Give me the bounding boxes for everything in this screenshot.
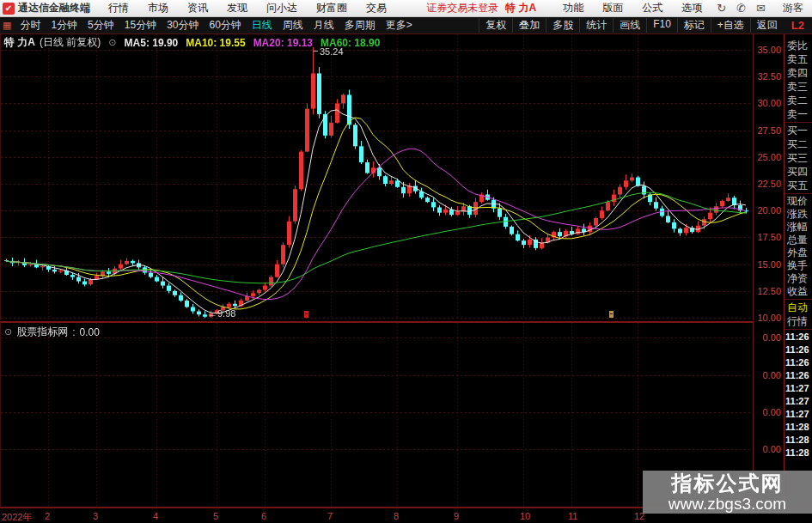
menu-right: 功能版面公式选项 — [553, 1, 711, 15]
sidebar-stat-row: 收益 — [785, 285, 812, 298]
legend-period-subtitle: (日线 前复权) — [40, 35, 101, 50]
sidebar-row[interactable]: 委比 — [785, 39, 812, 52]
sidebar-tab[interactable]: 自动 — [785, 301, 812, 314]
price-axis-label: 30.00 — [754, 98, 781, 108]
phone-icon[interactable]: ✆ — [736, 2, 746, 15]
menubar-item[interactable]: 版面 — [593, 1, 632, 15]
main-menu: 行情市场资讯发现问小达财富圈交易 — [99, 1, 396, 15]
tick-time-row: 11:28 — [785, 434, 812, 447]
menubar-icons: ↻✆✉ — [711, 2, 771, 15]
refresh-icon[interactable]: ↻ — [717, 2, 726, 15]
menubar-item[interactable]: 发现 — [217, 1, 257, 15]
tick-time-row: 11:28 — [785, 447, 812, 459]
date-axis-label: 2 — [45, 511, 50, 521]
sidebar-row[interactable]: 卖三 — [785, 80, 812, 94]
sidebar-stat-row: 现价 — [785, 195, 812, 208]
period-tab[interactable]: 更多> — [381, 18, 418, 33]
period-tab[interactable]: 多周期 — [339, 18, 381, 33]
app-logo-icon: ✔ — [3, 3, 15, 15]
indicator-axis-label: 0.00 — [754, 370, 781, 380]
toolbar-button[interactable]: 画线 — [613, 18, 646, 33]
ma-legend-item: MA5: 19.90 — [125, 37, 179, 49]
indicator-legend: ⊙ 股票指标网 : 0.00 — [4, 325, 100, 339]
tick-time-row: 11:26 — [785, 356, 812, 369]
toolbar-button[interactable]: +自选 — [711, 18, 750, 33]
ma-legend-item: MA20: 19.13 — [253, 37, 313, 49]
sidebar-row[interactable]: 买五 — [785, 179, 812, 192]
sidebar-divider — [785, 329, 812, 330]
menubar-item[interactable]: 市场 — [138, 1, 178, 15]
menubar-item[interactable]: 问小达 — [257, 1, 307, 15]
date-axis-label: 5 — [213, 511, 218, 521]
period-tab[interactable]: 1分钟 — [46, 18, 82, 33]
watermark: 指标公式网 www.zbgs3.com — [643, 471, 812, 514]
sidebar-row[interactable]: 卖二 — [785, 94, 812, 107]
menubar-item[interactable]: 行情 — [99, 1, 138, 15]
sidebar-row[interactable]: 卖五 — [785, 52, 812, 66]
indicator-axis-label: 0.00 — [754, 332, 781, 343]
indicator-name: 股票指标网 — [16, 325, 68, 339]
candlestick-chart-canvas[interactable] — [1, 34, 753, 319]
login-status[interactable]: 证券交易未登录 — [426, 1, 498, 15]
chart-legend: 特 力A (日线 前复权) ⊙ MA5: 19.90MA10: 19.55MA2… — [4, 35, 380, 50]
date-axis-label: 2022年 — [2, 511, 32, 523]
toolbar-button[interactable]: 标记 — [677, 18, 711, 33]
collapse-icon[interactable]: ⊙ — [108, 37, 116, 48]
tick-time-row: 11:27 — [785, 408, 812, 421]
toolbar-button[interactable]: 叠加 — [512, 18, 546, 33]
sidebar-divider — [785, 299, 812, 300]
watermark-title: 指标公式网 — [643, 472, 812, 495]
period-tab[interactable]: 60分钟 — [205, 18, 247, 33]
period-tab[interactable]: 分时 — [15, 18, 46, 33]
period-tab[interactable]: 周线 — [278, 18, 308, 33]
period-tab[interactable]: 30分钟 — [162, 18, 204, 33]
tick-time-row: 11:27 — [785, 382, 812, 395]
menubar-item[interactable]: 功能 — [553, 1, 593, 15]
indicator-canvas[interactable] — [1, 323, 753, 507]
sidebar-row[interactable]: 卖一 — [785, 107, 812, 121]
sidebar-row[interactable]: 买四 — [785, 165, 812, 179]
menubar-item[interactable]: 公式 — [632, 1, 672, 15]
toolbar-button[interactable]: F10 — [646, 18, 677, 33]
sidebar-stat-row: 总量 — [785, 234, 812, 246]
watermark-url: www.zbgs3.com — [643, 495, 812, 513]
date-axis-label: 8 — [394, 511, 399, 521]
mail-icon[interactable]: ✉ — [756, 2, 766, 15]
sidebar-divider — [785, 122, 812, 123]
menubar-item[interactable]: 资讯 — [178, 1, 217, 15]
period-tab[interactable]: 15分钟 — [119, 18, 162, 33]
layout-grid-icon[interactable]: ▦ — [3, 20, 11, 31]
current-stock-name: 特 力A — [505, 1, 536, 15]
top-menubar: ✔ 通达信金融终端 行情市场资讯发现问小达财富圈交易 证券交易未登录 特 力A … — [0, 0, 812, 17]
sidebar-row[interactable]: 卖四 — [785, 66, 812, 80]
menubar-item[interactable]: 交易 — [357, 1, 396, 15]
indicator-value: 0.00 — [80, 326, 100, 338]
sidebar-tab[interactable]: 行情 — [785, 314, 812, 328]
sidebar-stat-row: 外盘 — [785, 246, 812, 259]
toolbar-button[interactable]: 返回 — [750, 18, 784, 33]
menubar-item[interactable]: 选项 — [672, 1, 711, 15]
period-tab[interactable]: 日线 — [247, 18, 278, 33]
sidebar-row[interactable]: 买三 — [785, 151, 812, 165]
price-axis: 35.0032.5030.0027.5025.0022.5020.0017.50… — [754, 34, 784, 320]
period-tab[interactable]: 月线 — [308, 18, 339, 33]
price-axis-label: 35.00 — [754, 45, 781, 55]
period-tab[interactable]: 5分钟 — [82, 18, 119, 33]
quote-sidebar: 委比卖五卖四卖三卖二卖一买一买二买三买四买五现价涨跌涨幅总量外盘换手净资收益自动… — [784, 34, 812, 508]
toolbar-button[interactable]: 多股 — [546, 18, 579, 33]
menubar-item[interactable]: 财富圈 — [307, 1, 357, 15]
indicator-axis-label: 0.00 — [754, 444, 781, 454]
level2-logo[interactable]: L2 — [784, 19, 812, 32]
toolbar-button[interactable]: 统计 — [579, 18, 613, 33]
tick-time-row: 11:26 — [785, 369, 812, 382]
sidebar-row[interactable]: 买二 — [785, 137, 812, 151]
sidebar-row[interactable]: 买一 — [785, 124, 812, 137]
tick-time-row: 11:26 — [785, 331, 812, 344]
ma-legend-item: MA60: 18.90 — [321, 37, 380, 49]
price-axis-label: 32.50 — [754, 71, 781, 82]
toolbar-button[interactable]: 复权 — [479, 18, 512, 33]
collapse-icon[interactable]: ⊙ — [4, 326, 12, 338]
guest-account-button[interactable]: 游客 — [783, 1, 803, 15]
price-axis-label: 25.00 — [754, 152, 781, 162]
date-axis-label: 11 — [568, 511, 577, 521]
